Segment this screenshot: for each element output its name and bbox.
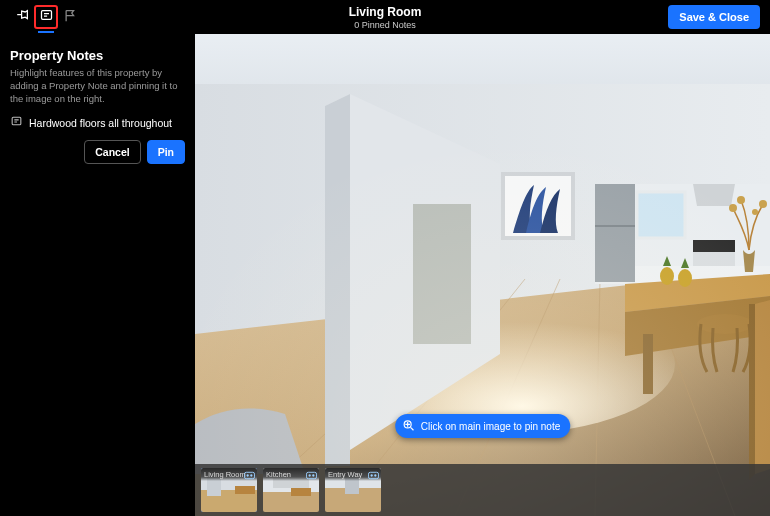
vr-badge-icon: [243, 470, 255, 480]
svg-point-46: [246, 474, 248, 476]
pin-button[interactable]: Pin: [147, 140, 185, 164]
svg-rect-45: [244, 472, 254, 478]
pin-hint: Click on main image to pin note: [395, 414, 571, 438]
svg-rect-0: [41, 11, 51, 20]
svg-rect-51: [291, 488, 311, 496]
flag-icon: [63, 8, 78, 26]
svg-point-54: [312, 474, 314, 476]
svg-point-59: [370, 474, 372, 476]
thumbnail[interactable]: Kitchen: [263, 468, 319, 512]
cancel-button[interactable]: Cancel: [84, 140, 140, 164]
thumbnail[interactable]: Living Room: [201, 468, 257, 512]
sidebar: Property Notes Highlight features of thi…: [0, 34, 195, 516]
viewer: Click on main image to pin note: [195, 34, 770, 516]
note-text: Hardwood floors all throughout: [29, 117, 172, 129]
vr-badge-icon: [367, 470, 379, 480]
note-row: Hardwood floors all throughout: [10, 115, 185, 130]
room-title: Living Room: [349, 5, 422, 19]
body: Property Notes Highlight features of thi…: [0, 34, 770, 516]
thumbnail-strip: Living Room: [195, 464, 770, 516]
app-root: Living Room 0 Pinned Notes Save & Close …: [0, 0, 770, 516]
tool-group: [10, 5, 82, 29]
svg-rect-58: [368, 472, 378, 478]
thumbnail[interactable]: Entry Way: [325, 468, 381, 512]
note-icon: [39, 8, 54, 26]
flag-tool[interactable]: [58, 5, 82, 29]
pinned-subtitle: 0 Pinned Notes: [354, 20, 416, 30]
svg-rect-52: [306, 472, 316, 478]
pin-hint-text: Click on main image to pin note: [421, 421, 561, 432]
room-illustration: [195, 34, 770, 516]
note-row-icon: [10, 115, 23, 130]
note-tool[interactable]: [34, 5, 58, 29]
top-bar: Living Room 0 Pinned Notes Save & Close: [0, 0, 770, 34]
svg-point-53: [308, 474, 310, 476]
pin-tool[interactable]: [10, 5, 34, 29]
pin-icon: [15, 8, 30, 26]
svg-rect-44: [235, 486, 255, 494]
target-icon: [401, 418, 415, 434]
panel-desc: Highlight features of this property by a…: [10, 67, 185, 105]
svg-point-47: [250, 474, 252, 476]
vr-badge-icon: [305, 470, 317, 480]
svg-rect-1: [12, 118, 21, 126]
svg-line-38: [410, 427, 413, 430]
header-title-block: Living Room 0 Pinned Notes: [0, 0, 770, 34]
svg-rect-36: [195, 34, 770, 516]
save-close-button[interactable]: Save & Close: [668, 5, 760, 29]
main-image[interactable]: Click on main image to pin note: [195, 34, 770, 516]
svg-point-60: [374, 474, 376, 476]
note-button-row: Cancel Pin: [10, 140, 185, 164]
panel-title: Property Notes: [10, 48, 185, 63]
